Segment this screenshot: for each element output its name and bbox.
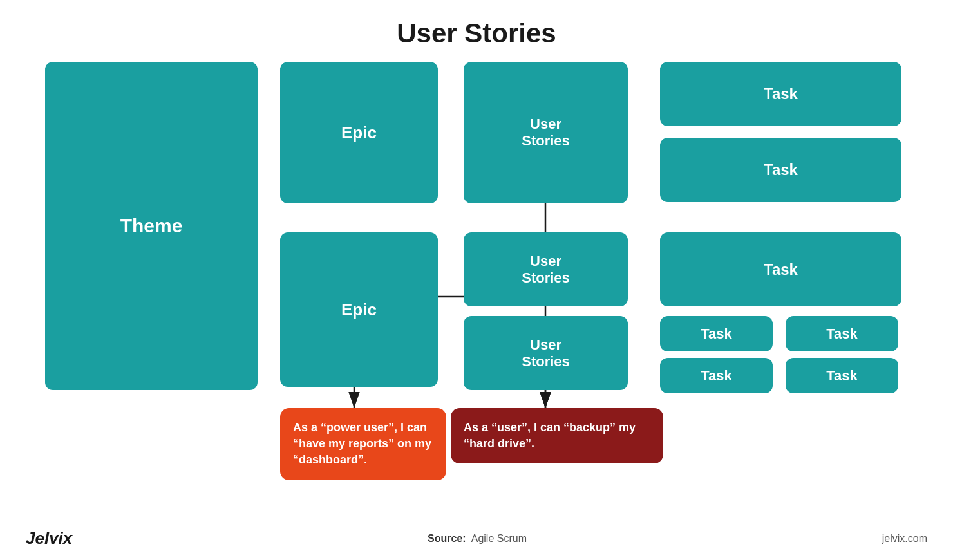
task-mr-label: Task xyxy=(764,261,798,279)
task-tr1-label: Task xyxy=(764,85,798,103)
userstories-top-block: UserStories xyxy=(464,62,628,203)
footer-url: jelvix.com xyxy=(882,533,927,545)
diagram-area: Theme Epic UserStories Task Task Epic Us… xyxy=(32,62,921,487)
theme-label: Theme xyxy=(120,215,183,237)
epic-top-label: Epic xyxy=(341,123,377,143)
footer: Jelvix Source: Agile Scrum jelvix.com xyxy=(0,528,953,548)
story-darkred-text: As a “user”, I can “backup” my “hard dri… xyxy=(464,421,636,450)
source-label: Source: xyxy=(428,533,466,544)
epic-bottom-block: Epic xyxy=(280,232,438,387)
userstories-bot-label: UserStories xyxy=(522,337,570,370)
story-orange-text: As a “power user”, I can “have my report… xyxy=(293,421,431,466)
task-br1-label: Task xyxy=(701,326,732,342)
source-value: Agile Scrum xyxy=(471,533,527,544)
userstories-top-label: UserStories xyxy=(522,116,570,149)
userstories-mid-block: UserStories xyxy=(464,232,628,306)
task-tr1-block: Task xyxy=(660,62,901,126)
epic-top-block: Epic xyxy=(280,62,438,203)
task-br2-block: Task xyxy=(786,316,898,351)
task-br4-label: Task xyxy=(826,368,858,384)
task-tr2-block: Task xyxy=(660,138,901,202)
task-br3-block: Task xyxy=(660,358,773,393)
userstories-mid-label: UserStories xyxy=(522,253,570,286)
footer-source: Source: Agile Scrum xyxy=(428,533,527,545)
userstories-bot-block: UserStories xyxy=(464,316,628,390)
task-mr-block: Task xyxy=(660,232,901,306)
page-title: User Stories xyxy=(0,0,953,49)
task-tr2-label: Task xyxy=(764,161,798,179)
epic-bottom-label: Epic xyxy=(341,300,377,320)
task-br1-block: Task xyxy=(660,316,773,351)
task-br4-block: Task xyxy=(786,358,898,393)
task-br2-label: Task xyxy=(826,326,858,342)
footer-brand: Jelvix xyxy=(26,528,72,548)
task-br3-label: Task xyxy=(701,368,732,384)
theme-block: Theme xyxy=(45,62,258,390)
story-orange-box: As a “power user”, I can “have my report… xyxy=(280,408,446,480)
story-darkred-box: As a “user”, I can “backup” my “hard dri… xyxy=(451,408,663,463)
